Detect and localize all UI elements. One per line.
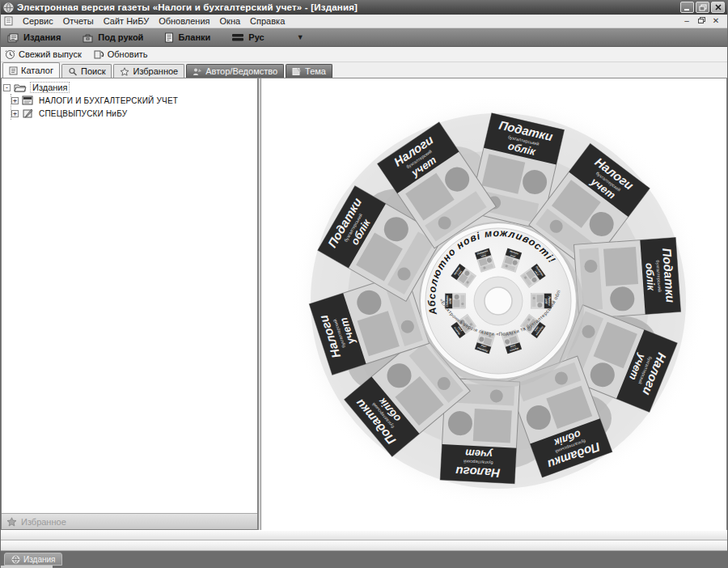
author-icon xyxy=(193,67,202,76)
newspaper-cover: Податки бухгалтерський облік xyxy=(574,238,680,320)
refresh-label: Обновить xyxy=(108,49,148,59)
restore-icon xyxy=(699,4,707,11)
menu-otchety[interactable]: Отчеты xyxy=(58,15,99,27)
status-strip-upper xyxy=(1,530,727,540)
tab-tema-label: Тема xyxy=(305,66,326,76)
minimize-icon xyxy=(684,4,691,11)
child-window-icon xyxy=(4,16,13,26)
tree-node-nalogi[interactable]: + НАЛОГИ И БУХГАЛТЕРСКИЙ УЧЕТ xyxy=(11,94,256,107)
catalog-panel: - Издания + НАЛОГИ xyxy=(1,78,258,530)
toolbar-izdaniya-label: Издания xyxy=(23,32,61,42)
publications-icon xyxy=(7,32,19,43)
window-title: Электронная версия газеты «Налоги и бухг… xyxy=(17,2,358,12)
newspaper-icon xyxy=(22,95,34,105)
toolbar-language-button[interactable]: Рус xyxy=(231,32,264,42)
search-icon xyxy=(68,67,78,76)
svg-text:облік: облік xyxy=(643,262,657,291)
at-hand-icon xyxy=(82,32,94,43)
collapse-icon[interactable]: - xyxy=(3,84,11,91)
folder-open-icon xyxy=(14,83,27,93)
tree-node-izdaniya[interactable]: - Издания xyxy=(3,81,256,94)
theme-icon xyxy=(292,67,302,76)
title-bar: Электронная версия газеты «Налоги и бухг… xyxy=(1,0,727,15)
tree-node-specvypuski[interactable]: + СПЕЦВЫПУСКИ НиБУ xyxy=(11,107,256,120)
favorites-star-icon xyxy=(6,517,17,527)
catalog-icon xyxy=(9,66,18,75)
menu-spravka[interactable]: Справка xyxy=(245,15,290,27)
menu-obnovleniya[interactable]: Обновления xyxy=(154,15,214,27)
toolbar-pod-rukoy-button[interactable]: Под рукой xyxy=(82,32,143,43)
fresh-issue-label: Свежий выпуск xyxy=(19,49,82,59)
application-window: Электронная версия газеты «Налоги и бухг… xyxy=(0,0,728,568)
fresh-issue-button[interactable]: Свежий выпуск xyxy=(5,49,82,60)
favorites-bar[interactable]: Избранное xyxy=(2,513,257,529)
close-icon xyxy=(715,4,722,11)
forms-icon xyxy=(164,32,174,43)
publication-view: Податки бухгалтерський облік Налоги бухг… xyxy=(261,78,727,530)
toolbar-language-label: Рус xyxy=(248,32,264,42)
quick-toolbar: Свежий выпуск Обновить xyxy=(1,47,727,62)
main-toolbar: Издания Под рукой Бланки Рус ▼ xyxy=(1,28,727,47)
restore-button[interactable] xyxy=(696,2,709,13)
publications-tree: - Издания + НАЛОГИ xyxy=(2,78,257,513)
toolbar-blanki-label: Бланки xyxy=(178,32,210,42)
tab-avtor-vedomstvo-label: Автор/Ведомство xyxy=(205,66,277,76)
fresh-issue-clock-icon xyxy=(5,49,15,60)
status-strip-lower xyxy=(1,540,727,551)
tab-avtor-vedomstvo[interactable]: Автор/Ведомство xyxy=(186,64,284,78)
toolbar-dropdown-caret[interactable]: ▼ xyxy=(297,33,304,41)
special-issues-icon xyxy=(22,108,34,118)
svg-text:учет: учет xyxy=(544,298,547,304)
taskbar-izdaniya-label: Издания xyxy=(23,555,55,564)
taskbar-izdaniya-button[interactable]: Издания xyxy=(4,553,62,566)
toolbar-pod-rukoy-label: Под рукой xyxy=(98,32,143,42)
tree-node-nalogi-label: НАЛОГИ И БУХГАЛТЕРСКИЙ УЧЕТ xyxy=(37,96,180,105)
mdi-minimize-button[interactable]: – xyxy=(682,17,692,25)
close-button[interactable] xyxy=(711,2,725,13)
taskbar-globe-icon xyxy=(11,555,20,564)
minimize-button[interactable] xyxy=(680,2,694,13)
star-icon xyxy=(120,67,129,76)
window-taskbar: Издания xyxy=(1,551,727,568)
content-area: - Издания + НАЛОГИ xyxy=(1,78,727,530)
refresh-icon xyxy=(93,49,104,60)
tab-katalog[interactable]: Каталог xyxy=(2,62,60,78)
svg-text:учет: учет xyxy=(464,447,493,460)
tree-node-izdaniya-label: Издания xyxy=(30,82,70,93)
tab-katalog-label: Каталог xyxy=(21,66,53,75)
tab-izbrannoe[interactable]: Избранное xyxy=(113,64,184,78)
menu-servis[interactable]: Сервис xyxy=(18,15,58,27)
toolbar-izdaniya-button[interactable]: Издания xyxy=(7,32,61,43)
mdi-restore-icon xyxy=(698,17,705,23)
tab-strip: Каталог Поиск Избранное Автор/Ведомство xyxy=(1,62,727,78)
tab-poisk[interactable]: Поиск xyxy=(61,64,112,78)
menu-sait-nibu[interactable]: Сайт НиБУ xyxy=(99,15,154,27)
tab-izbrannoe-label: Избранное xyxy=(133,66,178,76)
mdi-restore-button[interactable] xyxy=(696,17,706,25)
tab-tema[interactable]: Тема xyxy=(286,64,332,78)
mdi-close-button[interactable]: ✕ xyxy=(711,17,721,25)
expand-icon[interactable]: + xyxy=(11,110,19,117)
cd-promo-image: Податки бухгалтерський облік Налоги бухг… xyxy=(261,78,726,530)
language-icon xyxy=(231,33,244,42)
expand-icon[interactable]: + xyxy=(11,97,19,104)
svg-text:Налоги: Налоги xyxy=(455,464,501,481)
tree-children: + НАЛОГИ И БУХГАЛТЕРСКИЙ УЧЕТ + xyxy=(11,94,256,120)
favorites-bar-label: Избранное xyxy=(21,517,66,527)
toolbar-blanki-button[interactable]: Бланки xyxy=(164,32,210,43)
refresh-button[interactable]: Обновить xyxy=(93,49,148,60)
app-globe-icon xyxy=(3,2,14,13)
tree-node-specvypuski-label: СПЕЦВЫПУСКИ НиБУ xyxy=(37,109,129,118)
tab-poisk-label: Поиск xyxy=(81,66,105,76)
menu-bar: Сервис Отчеты Сайт НиБУ Обновления Окна … xyxy=(1,15,727,28)
menu-okna[interactable]: Окна xyxy=(215,15,246,27)
